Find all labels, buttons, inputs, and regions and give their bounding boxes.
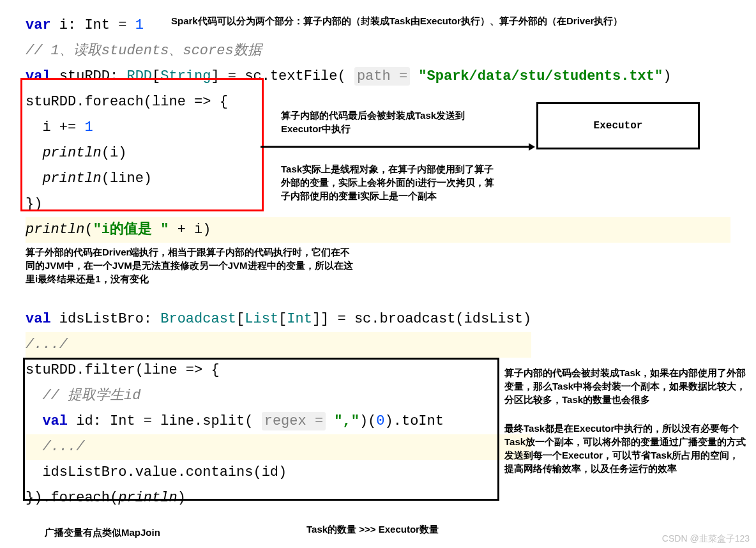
annotation-text: 最终Task都是在Executor中执行的，所以没有必要每个Task放一个副本，… <box>504 422 747 475</box>
annotation-text: Spark代码可以分为两个部分：算子内部的（封装成Task由Executor执行… <box>171 14 695 27</box>
annotation-text: 算子内部的代码会被封装成Task，如果在内部使用了外部变量，那么Task中将会封… <box>504 366 747 406</box>
code-line: val idsListBro: Broadcast[List[Int]] = s… <box>26 307 531 332</box>
arrow-icon <box>261 141 535 153</box>
code-comment: // 1、读取students、scores数据 <box>26 38 730 64</box>
annotation-text: 算子外部的代码在Driver端执行，相当于跟算子内部的代码执行时，它们在不同的J… <box>26 245 358 285</box>
watermark: CSDN @韭菜盒子123 <box>662 533 750 545</box>
annotation-text: 广播变量有点类似MapJoin <box>45 526 160 539</box>
svg-marker-1 <box>529 143 535 151</box>
highlight-box-black <box>23 358 499 501</box>
code-comment: /.../ <box>26 332 531 358</box>
annotation-text: Task的数量 >>> Executor数量 <box>306 522 439 536</box>
executor-box: Executor <box>536 102 700 149</box>
highlight-box-red <box>20 78 264 211</box>
annotation-text: Task实际上是线程对象，在算子内部使用到了算子外部的变量，实际上会将外面的i进… <box>281 162 498 202</box>
code-line-highlighted: println("i的值是 " + i) <box>26 217 730 243</box>
annotation-text: 算子内部的代码最后会被封装成Task发送到Executor中执行 <box>281 109 498 135</box>
